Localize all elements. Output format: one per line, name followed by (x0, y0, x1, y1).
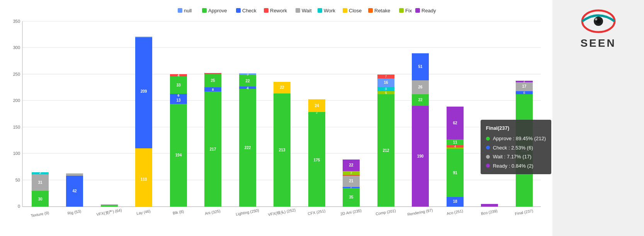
svg-rect-32 (368, 8, 373, 13)
svg-text:91: 91 (453, 171, 457, 175)
svg-text:Wait: Wait (302, 8, 312, 14)
svg-text:Rework: Rework (270, 8, 287, 14)
svg-text:Lay (46): Lay (46) (136, 209, 151, 216)
bar-vfx-asset-approve (101, 205, 118, 207)
svg-text:350: 350 (13, 19, 20, 24)
svg-text:300: 300 (13, 45, 20, 50)
svg-text:8: 8 (212, 88, 214, 92)
svg-text:22: 22 (349, 163, 353, 167)
svg-text:35: 35 (349, 195, 353, 199)
svg-text:Approve: Approve (208, 8, 227, 14)
svg-text:50: 50 (15, 178, 20, 182)
svg-text:212: 212 (383, 148, 389, 153)
svg-text:7: 7 (350, 171, 352, 175)
svg-text:4: 4 (246, 86, 248, 90)
bar-ani-rework (204, 73, 221, 74)
tooltip-dot-ready (486, 164, 490, 168)
svg-text:Work: Work (324, 8, 336, 14)
svg-text:6: 6 (177, 93, 179, 97)
svg-text:Aco (251): Aco (251) (446, 209, 464, 216)
svg-text:Close: Close (349, 8, 362, 14)
svg-text:24: 24 (314, 104, 319, 108)
svg-text:213: 213 (279, 148, 285, 152)
svg-text:Blk (8): Blk (8) (172, 209, 184, 216)
svg-text:222: 222 (245, 146, 251, 150)
svg-text:62: 62 (453, 121, 457, 125)
svg-text:7: 7 (385, 75, 387, 78)
svg-text:150: 150 (13, 125, 20, 129)
svg-text:2D Ani (235): 2D Ani (235) (340, 208, 362, 216)
svg-text:110: 110 (141, 177, 147, 182)
tooltip-label-check: Check : 2.53% (6) (493, 143, 533, 152)
svg-text:175: 175 (314, 158, 320, 162)
svg-text:250: 250 (13, 72, 20, 76)
svg-text:0: 0 (18, 204, 20, 209)
svg-text:25: 25 (211, 78, 215, 83)
svg-rect-26 (296, 8, 300, 13)
svg-text:42: 42 (72, 189, 77, 193)
svg-text:31: 31 (38, 180, 42, 185)
svg-text:209: 209 (141, 89, 147, 93)
svg-text:Comp (201): Comp (201) (375, 209, 396, 216)
svg-text:18: 18 (453, 199, 457, 204)
svg-text:100: 100 (13, 151, 20, 156)
svg-text:17: 17 (522, 84, 527, 88)
svg-text:33: 33 (176, 83, 181, 87)
tooltip-dot-check (486, 146, 490, 149)
svg-text:190: 190 (417, 154, 424, 158)
svg-text:2: 2 (39, 171, 41, 175)
svg-text:CFX (251): CFX (251) (308, 209, 326, 216)
svg-text:6: 6 (523, 91, 525, 95)
svg-text:200: 200 (13, 98, 20, 103)
svg-text:Ready: Ready (421, 8, 436, 14)
tooltip-label-ready: Ready : 0.84% (2) (493, 161, 534, 170)
svg-rect-28 (318, 8, 322, 13)
bar-2dani-rework (343, 175, 360, 176)
svg-point-102 (595, 18, 597, 20)
svg-text:21: 21 (349, 179, 353, 183)
svg-rect-22 (236, 8, 241, 13)
svg-text:11: 11 (453, 140, 457, 144)
tooltip-label-approve: Approve : 89.45% (212) (493, 134, 546, 143)
svg-text:6: 6 (385, 91, 387, 95)
svg-rect-36 (415, 8, 420, 13)
svg-text:Texture (9): Texture (9) (31, 211, 49, 218)
svg-text:VFX(资产) (64): VFX(资产) (64) (96, 208, 122, 216)
svg-text:Bco (239): Bco (239) (481, 209, 498, 216)
bar-vfx-asset-wait (101, 204, 118, 205)
svg-text:Rig (53): Rig (53) (67, 209, 82, 216)
svg-text:8: 8 (385, 87, 387, 91)
tooltip-title: Final(237) (486, 124, 546, 132)
tooltip-dot-approve (486, 137, 490, 141)
svg-rect-24 (264, 8, 268, 13)
svg-rect-20 (202, 8, 207, 13)
svg-text:Check: Check (242, 8, 257, 14)
svg-text:217: 217 (210, 147, 216, 151)
tooltip-row-ready: Ready : 0.84% (2) (486, 161, 546, 170)
main-chart-svg: 350 300 250 200 150 100 50 0 null Approv… (0, 0, 552, 236)
svg-text:26: 26 (418, 85, 423, 89)
tooltip-dot-wait (486, 155, 490, 159)
svg-rect-30 (343, 8, 347, 13)
svg-text:194: 194 (175, 153, 182, 157)
svg-text:Rendering (97): Rendering (97) (407, 208, 433, 216)
tooltip-row-check: Check : 2.53% (6) (486, 143, 546, 152)
logo-icon (579, 8, 618, 35)
svg-text:Ani (325): Ani (325) (204, 209, 221, 216)
bar-bco-ready (481, 204, 498, 207)
svg-text:2: 2 (523, 79, 525, 83)
logo-panel: SEEN (552, 0, 644, 236)
svg-text:22: 22 (418, 98, 423, 102)
svg-text:Retake: Retake (374, 8, 390, 14)
svg-text:Lighting (250): Lighting (250) (235, 208, 259, 216)
svg-text:Final (237): Final (237) (515, 209, 534, 216)
svg-text:13: 13 (176, 98, 181, 102)
svg-rect-34 (399, 8, 404, 13)
tooltip-row-wait: Wait : 7.17% (17) (486, 152, 546, 161)
svg-text:3: 3 (246, 72, 248, 76)
svg-text:VFX(镜头) (252): VFX(镜头) (252) (268, 208, 296, 217)
chart-tooltip: Final(237) Approve : 89.45% (212) Check … (481, 120, 551, 174)
svg-text:51: 51 (418, 65, 423, 69)
svg-text:22: 22 (245, 79, 250, 83)
bar-rig-wait (66, 173, 83, 176)
